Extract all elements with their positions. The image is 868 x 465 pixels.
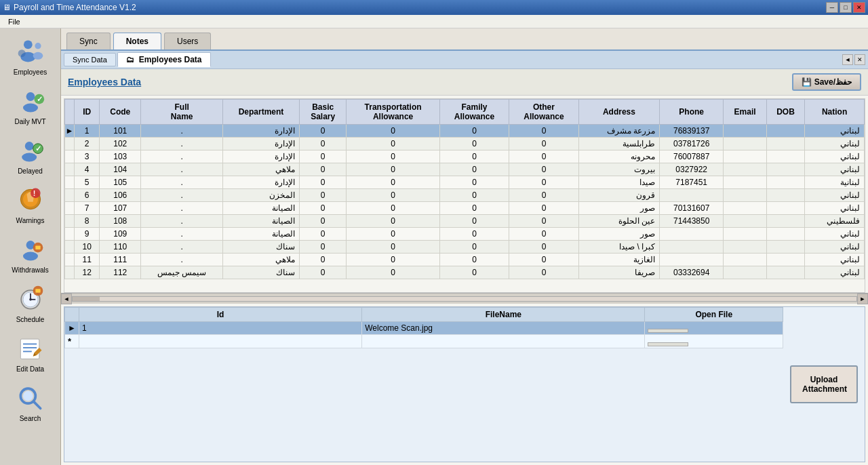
table-row[interactable]: 8 108 . الصيانة 0 0 0 0 عين الحلوة 71443… [65, 215, 865, 228]
col-indicator [65, 100, 75, 125]
svg-point-10 [22, 153, 37, 162]
cell-family: 0 [439, 254, 509, 266]
tab-notes[interactable]: Notes [113, 33, 161, 49]
cell-family: 0 [439, 241, 509, 254]
table-row[interactable]: ► 1 101 . الإدارة 0 0 0 0 مزرعة مشرف 768… [65, 125, 865, 138]
row-indicator [65, 163, 75, 176]
table-row[interactable]: 11 111 . ملاهي 0 0 0 0 الغازية لبناني [65, 254, 865, 266]
cell-id: 1 [75, 125, 100, 138]
title-bar-left: 🖥 Payroll and Time Attendance V1.2 [3, 3, 136, 12]
table-row[interactable]: 2 102 . الإدارة 0 0 0 0 طرابلسية 0378172… [65, 138, 865, 150]
cell-address: محرونه [578, 150, 659, 163]
cell-dob [766, 176, 804, 189]
scroll-track[interactable] [72, 296, 857, 302]
open-file-button[interactable] [648, 329, 688, 333]
att-newrow-filename[interactable] [362, 335, 645, 348]
att-col-id: Id [79, 308, 361, 322]
save-button[interactable]: 💾 Save/حفظ [792, 73, 861, 91]
sidebar-item-employees[interactable]: Employees [3, 31, 58, 79]
svg-text:!: ! [33, 189, 35, 197]
row-indicator [65, 228, 75, 241]
sidebar-item-search[interactable]: Search [3, 378, 58, 426]
cell-transport: 0 [347, 202, 439, 215]
cell-phone: 03332694 [660, 266, 724, 279]
att-row-filename: Welcome Scan.jpg [362, 322, 645, 335]
table-row[interactable]: 10 110 . سناك 0 0 0 0 كبرا \ صيدا لبناني [65, 241, 865, 254]
nav-left-button[interactable]: ◄ [842, 54, 853, 65]
sidebar-item-schedule[interactable]: Schedule [3, 279, 58, 327]
cell-code: 111 [100, 254, 141, 266]
cell-basic-salary: 0 [299, 254, 346, 266]
table-row[interactable]: 5 105 . الإدارة 0 0 0 0 صيدا 7187451 لبن… [65, 176, 865, 189]
cell-department: الإدارة [223, 176, 300, 189]
table-row[interactable]: 9 109 . الصيانة 0 0 0 0 صور لبناني [65, 228, 865, 241]
cell-department: الإدارة [223, 138, 300, 150]
cell-family: 0 [439, 266, 509, 279]
cell-family: 0 [439, 202, 509, 215]
cell-phone: 03781726 [660, 138, 724, 150]
schedule-icon [14, 282, 47, 315]
cell-nation: لبناني [805, 189, 865, 202]
svg-point-4 [18, 49, 25, 57]
cell-transport: 0 [347, 241, 439, 254]
attachment-table: Id FileName Open File ► 1 Welcome Scan.j… [64, 307, 783, 348]
cell-transport: 0 [347, 215, 439, 228]
att-row-id: 1 [79, 322, 361, 335]
sidebar-item-delayed[interactable]: ✓ Delayed [3, 130, 58, 178]
cell-dob [766, 163, 804, 176]
file-menu[interactable]: File [3, 16, 26, 27]
cell-other: 0 [509, 215, 578, 228]
cell-dob [766, 254, 804, 266]
cell-family: 0 [439, 176, 509, 189]
cell-other: 0 [509, 202, 578, 215]
cell-email [724, 241, 767, 254]
cell-department: الإدارة [223, 150, 300, 163]
subtab-employees-data[interactable]: 🗂 Employees Data [117, 52, 211, 67]
scroll-thumb[interactable] [73, 297, 100, 301]
cell-nation: لبناني [805, 254, 865, 266]
att-id-input[interactable] [82, 338, 359, 346]
att-newrow-id[interactable] [79, 335, 361, 348]
table-row[interactable]: 6 106 . المخزن 0 0 0 0 قرون لبناني [65, 189, 865, 202]
attachment-row[interactable]: ► 1 Welcome Scan.jpg [65, 322, 783, 335]
delayed-label: Delayed [18, 167, 43, 175]
cell-address: صور [578, 202, 659, 215]
subtab-sync-data[interactable]: Sync Data [64, 53, 116, 66]
cell-fullname: . [141, 254, 223, 266]
sidebar-item-withdrawals[interactable]: Withdrawals [3, 229, 58, 277]
scroll-left-button[interactable]: ◄ [61, 294, 72, 304]
table-row[interactable]: 4 104 . ملاهي 0 0 0 0 بيروت 0327922 لبنا… [65, 163, 865, 176]
cell-email [724, 125, 767, 138]
table-row[interactable]: 3 103 . الإدارة 0 0 0 0 محرونه 76007887 … [65, 150, 865, 163]
cell-department: المخزن [223, 189, 300, 202]
cell-id: 4 [75, 163, 100, 176]
sidebar-item-warnings[interactable]: ! Warnings [3, 180, 58, 228]
upload-attachment-button[interactable]: Upload Attachment [790, 365, 858, 403]
table-row[interactable]: 7 107 . الصيانة 0 0 0 0 صور 70131607 لبن… [65, 202, 865, 215]
close-button[interactable]: ✕ [853, 2, 865, 13]
table-row[interactable]: 12 112 سيمس جيمس سناك 0 0 0 0 صريفا 0333… [65, 266, 865, 279]
att-open-file-new-button[interactable] [648, 342, 688, 346]
cell-fullname: . [141, 228, 223, 241]
attachment-new-row[interactable]: * [65, 335, 783, 348]
employees-table-container[interactable]: ID Code FullName Department BasicSalary … [64, 98, 865, 293]
minimize-button[interactable]: ─ [826, 2, 838, 13]
nav-right-button[interactable]: ✕ [854, 54, 865, 65]
sidebar-item-daily-mvt[interactable]: ✓ Daily MVT [3, 81, 58, 129]
sidebar-item-edit-data[interactable]: Edit Data [3, 328, 58, 376]
maximize-button[interactable]: □ [840, 2, 852, 13]
warnings-icon: ! [14, 183, 47, 216]
tab-sync[interactable]: Sync [66, 33, 111, 49]
att-filename-input[interactable] [365, 338, 642, 346]
tab-users[interactable]: Users [164, 33, 211, 49]
row-indicator [65, 189, 75, 202]
daily-mvt-label: Daily MVT [14, 118, 45, 125]
cell-email [724, 150, 767, 163]
cell-code: 102 [100, 138, 141, 150]
app-title: Payroll and Time Attendance V1.2 [14, 3, 136, 12]
scroll-right-button[interactable]: ► [857, 294, 868, 304]
horizontal-scrollbar[interactable]: ◄ ► [61, 293, 868, 304]
cell-dob [766, 189, 804, 202]
cell-id: 10 [75, 241, 100, 254]
cell-phone: 76007887 [660, 150, 724, 163]
